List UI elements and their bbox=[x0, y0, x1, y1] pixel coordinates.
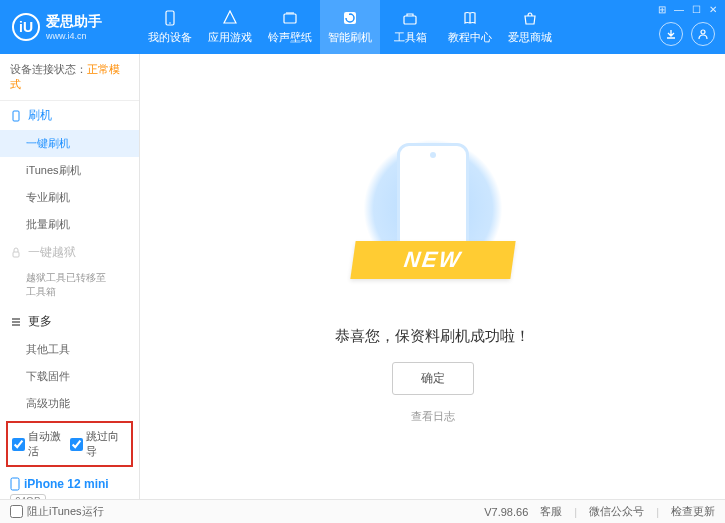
sidebar-item-other[interactable]: 其他工具 bbox=[0, 336, 139, 363]
header-right bbox=[659, 22, 715, 46]
sidebar-item-advanced[interactable]: 高级功能 bbox=[0, 390, 139, 417]
auto-activate-input[interactable] bbox=[12, 438, 25, 451]
device-storage: 64GB bbox=[10, 494, 46, 499]
nav-label: 工具箱 bbox=[394, 30, 427, 45]
nav-label: 应用游戏 bbox=[208, 30, 252, 45]
nav-label: 铃声壁纸 bbox=[268, 30, 312, 45]
main-content: NEW 恭喜您，保资料刷机成功啦！ 确定 查看日志 bbox=[140, 54, 725, 499]
grid-button[interactable]: ⊞ bbox=[658, 4, 666, 15]
app-header: iU 爱思助手 www.i4.cn 我的设备 应用游戏 铃声壁纸 智能刷机 工具… bbox=[0, 0, 725, 54]
sidebar-item-itunes[interactable]: iTunes刷机 bbox=[0, 157, 139, 184]
nav-label: 爱思商城 bbox=[508, 30, 552, 45]
footer: 阻止iTunes运行 V7.98.66 客服 | 微信公众号 | 检查更新 bbox=[0, 499, 725, 523]
svg-rect-6 bbox=[13, 111, 19, 121]
connection-status: 设备连接状态：正常模式 bbox=[0, 54, 139, 101]
main-nav: 我的设备 应用游戏 铃声壁纸 智能刷机 工具箱 教程中心 爱思商城 bbox=[140, 0, 560, 54]
svg-rect-7 bbox=[13, 252, 19, 257]
block-itunes-input[interactable] bbox=[10, 505, 23, 518]
svg-rect-8 bbox=[11, 478, 19, 490]
nav-apps[interactable]: 应用游戏 bbox=[200, 0, 260, 54]
close-button[interactable]: ✕ bbox=[709, 4, 717, 15]
auto-activate-checkbox[interactable]: 自动激活 bbox=[12, 429, 70, 459]
lock-icon bbox=[10, 247, 22, 259]
download-icon[interactable] bbox=[659, 22, 683, 46]
block-itunes-checkbox[interactable]: 阻止iTunes运行 bbox=[10, 504, 104, 519]
window-controls: ⊞ — ☐ ✕ bbox=[658, 4, 717, 15]
sidebar-section-more[interactable]: 更多 bbox=[0, 307, 139, 336]
nav-flash[interactable]: 智能刷机 bbox=[320, 0, 380, 54]
section-label: 更多 bbox=[28, 313, 52, 330]
user-icon[interactable] bbox=[691, 22, 715, 46]
jailbreak-note: 越狱工具已转移至 工具箱 bbox=[0, 267, 139, 307]
app-name: 爱思助手 bbox=[46, 13, 102, 31]
success-message: 恭喜您，保资料刷机成功啦！ bbox=[335, 327, 530, 346]
store-icon bbox=[521, 9, 539, 27]
sidebar-section-jailbreak[interactable]: 一键越狱 bbox=[0, 238, 139, 267]
apps-icon bbox=[221, 9, 239, 27]
app-url: www.i4.cn bbox=[46, 31, 102, 41]
device-info[interactable]: iPhone 12 mini 64GB Down-12mini-13,1 bbox=[0, 471, 139, 499]
svg-point-1 bbox=[169, 22, 171, 24]
section-label: 一键越狱 bbox=[28, 244, 76, 261]
ribbon-new: NEW bbox=[350, 241, 515, 279]
toolbox-icon bbox=[401, 9, 419, 27]
section-label: 刷机 bbox=[28, 107, 52, 124]
device-icon bbox=[10, 477, 20, 491]
svg-rect-4 bbox=[404, 16, 416, 24]
checkbox-highlight: 自动激活 跳过向导 bbox=[6, 421, 133, 467]
nav-label: 教程中心 bbox=[448, 30, 492, 45]
nav-toolbox[interactable]: 工具箱 bbox=[380, 0, 440, 54]
logo-area: iU 爱思助手 www.i4.cn bbox=[12, 13, 140, 41]
nav-my-device[interactable]: 我的设备 bbox=[140, 0, 200, 54]
nav-store[interactable]: 爱思商城 bbox=[500, 0, 560, 54]
svg-point-5 bbox=[701, 30, 705, 34]
menu-icon bbox=[10, 316, 22, 328]
device-name-row: iPhone 12 mini bbox=[10, 477, 129, 491]
service-link[interactable]: 客服 bbox=[540, 504, 562, 519]
sidebar-item-pro[interactable]: 专业刷机 bbox=[0, 184, 139, 211]
phone-icon bbox=[10, 110, 22, 122]
sidebar-item-firmware[interactable]: 下载固件 bbox=[0, 363, 139, 390]
nav-tutorial[interactable]: 教程中心 bbox=[440, 0, 500, 54]
confirm-button[interactable]: 确定 bbox=[392, 362, 474, 395]
wallpaper-icon bbox=[281, 9, 299, 27]
skip-guide-checkbox[interactable]: 跳过向导 bbox=[70, 429, 128, 459]
maximize-button[interactable]: ☐ bbox=[692, 4, 701, 15]
nav-label: 智能刷机 bbox=[328, 30, 372, 45]
minimize-button[interactable]: — bbox=[674, 4, 684, 15]
svg-rect-2 bbox=[284, 14, 296, 23]
sidebar-section-flash[interactable]: 刷机 bbox=[0, 101, 139, 130]
sidebar-item-oneclick[interactable]: 一键刷机 bbox=[0, 130, 139, 157]
nav-label: 我的设备 bbox=[148, 30, 192, 45]
book-icon bbox=[461, 9, 479, 27]
logo-icon: iU bbox=[12, 13, 40, 41]
nav-ringtone[interactable]: 铃声壁纸 bbox=[260, 0, 320, 54]
view-log-link[interactable]: 查看日志 bbox=[411, 409, 455, 424]
sidebar: 设备连接状态：正常模式 刷机 一键刷机 iTunes刷机 专业刷机 批量刷机 一… bbox=[0, 54, 140, 499]
phone-icon bbox=[161, 9, 179, 27]
illustration: NEW bbox=[363, 129, 503, 309]
conn-label: 设备连接状态： bbox=[10, 63, 87, 75]
version-label: V7.98.66 bbox=[484, 506, 528, 518]
skip-guide-input[interactable] bbox=[70, 438, 83, 451]
flash-icon bbox=[341, 9, 359, 27]
check-update-link[interactable]: 检查更新 bbox=[671, 504, 715, 519]
sidebar-item-batch[interactable]: 批量刷机 bbox=[0, 211, 139, 238]
wechat-link[interactable]: 微信公众号 bbox=[589, 504, 644, 519]
